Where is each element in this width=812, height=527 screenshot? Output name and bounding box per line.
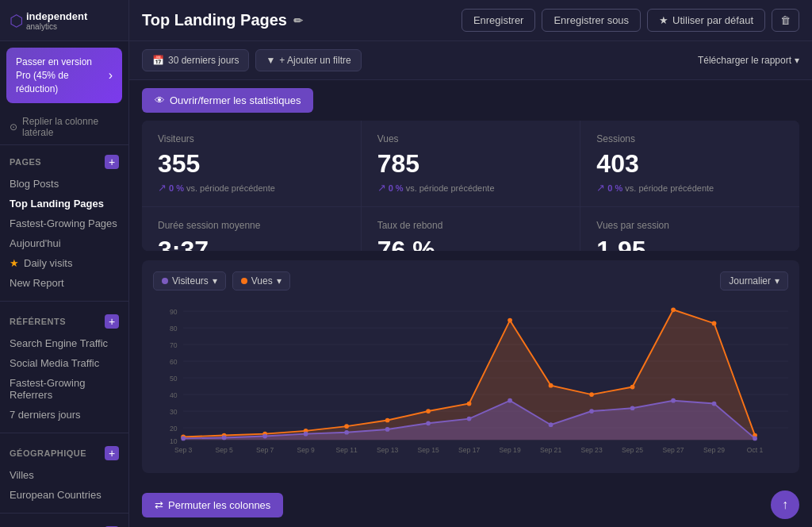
stat-duree-label: Durée session moyenne (158, 220, 345, 231)
svg-point-44 (589, 409, 594, 414)
svg-point-27 (549, 383, 553, 388)
svg-point-38 (344, 430, 349, 435)
stat-vues-value: 785 (377, 149, 565, 179)
save-as-button[interactable]: Enregistrer sous (542, 9, 641, 32)
logo-brand: independent (26, 10, 87, 22)
stat-visiteurs: Visiteurs 355 ↗ 0 % vs. période précéden… (142, 121, 361, 206)
svg-text:Sep 17: Sep 17 (458, 446, 480, 454)
svg-point-42 (508, 398, 512, 403)
geo-add-button[interactable]: + (105, 446, 119, 460)
stat-vues-label: Vues (377, 133, 565, 144)
delete-button[interactable]: 🗑 (772, 9, 799, 32)
logo-icon: ⬡ (10, 11, 23, 30)
stat-visiteurs-value: 355 (158, 149, 345, 179)
chevron-down-icon: ▾ (795, 55, 799, 66)
collapse-sidebar[interactable]: ⊙ Replier la colonne latérale (0, 110, 128, 145)
sidebar-item-blog-posts[interactable]: Blog Posts (0, 174, 128, 194)
referents-section-label: RÉFÉRENTS (10, 317, 66, 326)
svg-text:90: 90 (170, 308, 178, 316)
legend-vues-button[interactable]: Vues ▾ (232, 271, 290, 290)
svg-text:Sep 29: Sep 29 (703, 446, 725, 454)
svg-point-46 (671, 398, 676, 403)
calendar-icon: 📅 (152, 55, 164, 66)
svg-point-29 (630, 385, 635, 390)
svg-text:30: 30 (170, 408, 178, 416)
sidebar-item-7jours[interactable]: 7 derniers jours (0, 405, 128, 425)
stats-toggle-button[interactable]: 👁 Ouvrir/fermer les statistiques (142, 88, 313, 113)
svg-point-30 (671, 307, 676, 312)
svg-text:Sep 15: Sep 15 (417, 446, 439, 454)
sidebar-item-fastest-referrers[interactable]: Fastest-Growing Referrers (0, 373, 128, 405)
stat-sessions-label: Sessions (596, 133, 783, 144)
svg-point-22 (344, 424, 349, 429)
scroll-top-button[interactable]: ↑ (771, 490, 799, 519)
sidebar-item-european-countries[interactable]: European Countries (0, 485, 128, 505)
stat-sessions-value: 403 (596, 149, 783, 179)
sidebar-item-top-landing[interactable]: Top Landing Pages (0, 194, 128, 213)
filter-icon: ▼ (266, 55, 275, 66)
svg-point-23 (385, 418, 390, 423)
legend-visiteurs-button[interactable]: Visiteurs ▾ (153, 271, 226, 290)
svg-point-35 (222, 436, 227, 440)
svg-text:Sep 11: Sep 11 (336, 446, 358, 454)
svg-text:Oct 1: Oct 1 (747, 446, 764, 454)
stat-vues: Vues 785 ↗ 0 % vs. période précédente (362, 121, 580, 206)
svg-text:50: 50 (170, 375, 178, 383)
chevron-down-icon: ▾ (277, 275, 282, 287)
eye-icon: 👁 (155, 94, 165, 106)
geo-section-label: GÉOGRAPHIQUE (10, 448, 86, 458)
chart-period-button[interactable]: Journalier ▾ (720, 271, 788, 290)
stat-sessions: Sessions 403 ↗ 0 % vs. période précédent… (580, 121, 799, 206)
sidebar-item-aujourdhui[interactable]: Aujourd'hui (0, 233, 128, 253)
vues-dot (241, 278, 247, 284)
svg-text:40: 40 (170, 391, 178, 399)
stat-duree: Durée session moyenne 3:37 ↗ 0 % vs. pér… (142, 207, 361, 251)
arrow-icon: ↗ (377, 182, 386, 194)
stat-rebond-label: Taux de rebond (377, 220, 565, 231)
promo-banner[interactable]: Passer en version Pro (45% de réduction)… (6, 48, 122, 103)
sidebar-item-villes[interactable]: Villes (0, 465, 128, 485)
promo-text: Passer en version Pro (45% de réduction) (16, 56, 109, 95)
svg-text:60: 60 (170, 358, 178, 366)
logo: ⬡ independent analytics (0, 0, 129, 40)
stat-visiteurs-label: Visiteurs (158, 133, 345, 144)
svg-text:Sep 25: Sep 25 (622, 446, 643, 454)
sidebar-item-new-report[interactable]: New Report (0, 273, 128, 293)
svg-point-34 (181, 437, 186, 441)
use-default-button[interactable]: ★ Utiliser par défaut (647, 9, 765, 32)
stat-rebond-value: 76 % (377, 236, 565, 251)
stat-duree-value: 3:37 (158, 236, 345, 251)
svg-point-26 (508, 318, 512, 323)
svg-point-24 (426, 409, 431, 414)
svg-text:Sep 23: Sep 23 (580, 446, 602, 454)
edit-icon[interactable]: ✏ (293, 14, 303, 27)
chevron-down-icon: ▾ (213, 275, 217, 287)
referents-add-button[interactable]: + (105, 314, 119, 329)
pages-add-button[interactable]: + (105, 155, 119, 169)
download-report-button[interactable]: Télécharger le rapport ▾ (698, 55, 799, 66)
save-button[interactable]: Enregistrer (462, 9, 536, 32)
promo-arrow: › (109, 68, 113, 83)
sidebar-item-daily-visits[interactable]: ★ Daily visits (0, 253, 128, 273)
sidebar-item-social-media[interactable]: Social Media Traffic (0, 353, 128, 373)
svg-point-31 (712, 321, 717, 326)
pages-section-label: PAGES (10, 157, 41, 167)
svg-text:20: 20 (170, 425, 178, 433)
stat-vues-session-value: 1,95 (596, 236, 783, 251)
arrow-icon: ↗ (158, 182, 167, 194)
date-filter-button[interactable]: 📅 30 derniers jours (142, 49, 249, 71)
svg-point-48 (753, 437, 757, 441)
add-filter-button[interactable]: ▼ + Ajouter un filtre (255, 49, 361, 71)
stat-vues-session-label: Vues par session (596, 220, 783, 231)
stat-sessions-change: ↗ 0 % vs. période précédente (596, 182, 783, 194)
stat-vues-session: Vues par session 1,95 ↗ 0 % vs. période … (580, 207, 799, 251)
sidebar-item-fastest-growing[interactable]: Fastest-Growing Pages (0, 213, 128, 233)
sidebar-item-search-engine[interactable]: Search Engine Traffic (0, 333, 128, 353)
svg-point-25 (467, 402, 472, 406)
chart-area: 90 80 70 60 50 40 30 20 10 (153, 300, 788, 462)
svg-text:Sep 5: Sep 5 (215, 446, 233, 454)
chevron-down-icon: ▾ (775, 275, 779, 287)
svg-text:Sep 7: Sep 7 (256, 446, 274, 454)
permute-columns-button[interactable]: ⇄ Permuter les colonnes (142, 493, 283, 517)
page-title: Top Landing Pages (142, 11, 287, 29)
